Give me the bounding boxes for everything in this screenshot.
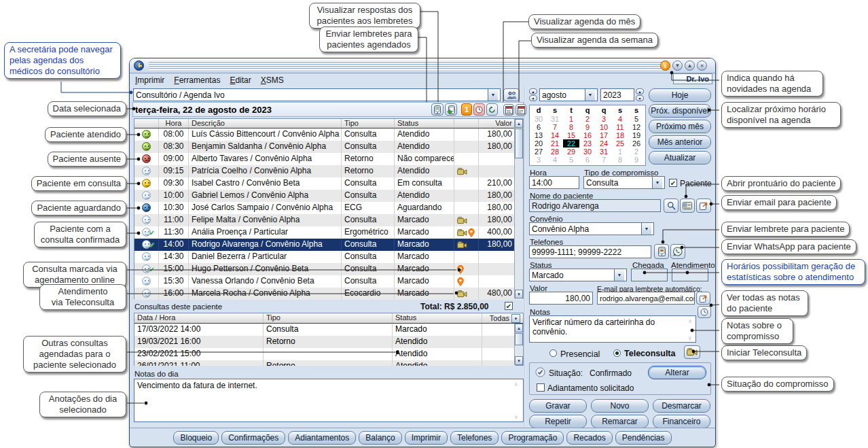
calendar-day[interactable]: 20 (530, 139, 547, 148)
calendar-day[interactable]: 3 (530, 156, 547, 164)
appointment-row[interactable]: 10:00Gabriel Lemos / Convênio AlphaConsu… (134, 190, 523, 202)
bottom-adiantamentos-button[interactable]: Adiantamentos (288, 431, 356, 445)
calendar-day[interactable]: 29 (563, 148, 579, 156)
calendar-day[interactable]: 11 (612, 123, 628, 131)
appointment-row[interactable]: 16:00Marcela Rocha / Convênio AlphaEcoca… (134, 288, 523, 300)
search-patient-button[interactable] (664, 199, 679, 213)
year-spin-up-icon[interactable]: ▲ (636, 88, 644, 94)
calendar-day[interactable]: 12 (628, 123, 645, 131)
menu-ferramentas[interactable]: Ferramentas (174, 75, 220, 85)
col-descricao[interactable]: Descrição (189, 119, 342, 128)
calendar-day[interactable]: 2 (628, 148, 645, 156)
calendar-nav-pr-ximo-m-s[interactable]: Próximo mês (649, 120, 711, 133)
month-select[interactable]: agosto ▼ (539, 88, 598, 101)
calendar-day[interactable]: 7 (547, 123, 563, 131)
nome-paciente-field[interactable]: Rodrigo Alvarenga (529, 199, 661, 212)
novo-button[interactable]: Novo (591, 399, 649, 413)
send-email-reminder-button[interactable] (696, 292, 710, 305)
menu-imprimir[interactable]: Imprimir (135, 75, 164, 85)
calendar-day[interactable]: 31 (547, 115, 563, 123)
bottom-balan-o-button[interactable]: Balanço (359, 431, 401, 445)
appointment-row[interactable]: 08:00Luís Cássio Bittencourt / Convênio … (134, 128, 523, 141)
new-items-count-button[interactable]: 1 (461, 103, 472, 116)
appointments-scrollbar[interactable]: ▲ ▼ (514, 119, 523, 298)
bottom-pend-ncias-button[interactable]: Pendências (615, 431, 672, 445)
calendar-nav-pr-x-dispon-vel[interactable]: Próx. disponível (649, 104, 711, 118)
reminder-responses-button[interactable] (431, 103, 444, 116)
bottom-programa-o-button[interactable]: Programação (501, 431, 564, 445)
paciente-checkbox[interactable] (669, 179, 677, 187)
appointment-row[interactable]: ✔15:00Hugo Petterson / Convênio BetaCons… (134, 263, 523, 275)
col-valor[interactable]: Valor (479, 119, 516, 128)
remarcar-button[interactable]: Remarcar (591, 415, 649, 428)
calendar-nav-m-s-anterior[interactable]: Mês anterior (649, 135, 711, 149)
send-whatsapp-button[interactable] (670, 244, 685, 259)
teleconsulta-radio[interactable] (613, 349, 621, 357)
calendar-day[interactable]: 15 (563, 131, 579, 139)
calendar-day[interactable]: 4 (547, 156, 563, 164)
bottom-bloqueio-button[interactable]: Bloqueio (173, 431, 219, 445)
history-scrollbar[interactable]: ▲ ▼ (514, 324, 523, 365)
calendar-day[interactable]: 3 (596, 115, 612, 123)
calendar-day[interactable]: 9 (628, 156, 645, 164)
appointment-row[interactable]: 09:00Alberto Tavares / Convênio AlphaRet… (134, 153, 523, 165)
convenio-dropdown-icon[interactable]: ▼ (641, 223, 651, 235)
calendar-day[interactable]: 8 (563, 123, 579, 131)
presencial-radio[interactable] (549, 349, 557, 357)
calendar-day[interactable]: 30 (579, 148, 596, 156)
restore-icon[interactable]: ▲ (685, 61, 695, 71)
month-spin-up-icon[interactable]: ▲ (529, 88, 537, 94)
calendar-day[interactable]: 23 (579, 139, 596, 148)
history-row[interactable]: 26/01/2021 11:00RetornoAtendido (134, 360, 516, 366)
all-patient-notes-button[interactable] (698, 306, 711, 318)
calendar-day[interactable]: 25 (612, 139, 628, 148)
status-dropdown-icon[interactable]: ▼ (614, 269, 624, 281)
pending-times-button[interactable] (473, 103, 485, 116)
advance-checkbox[interactable] (537, 383, 545, 392)
bottom-recados-button[interactable]: Recados (566, 431, 612, 445)
agenda-selector[interactable]: Consultório / Agenda Ivo ▼ (133, 88, 501, 101)
history-filter-dropdown-icon[interactable]: ▼ (511, 314, 520, 323)
calendar-day[interactable]: 5 (563, 156, 579, 164)
scroll-up-icon[interactable]: ▲ (515, 119, 523, 128)
calendar-day[interactable]: 27 (530, 148, 547, 156)
appointment-row[interactable]: 10:30José Carlos Sampaio / Convênio Alph… (134, 202, 523, 214)
refresh-button[interactable] (486, 103, 498, 116)
appointment-row[interactable]: 09:15Patrícia Coelho / Convênio AlphaRet… (134, 165, 523, 177)
agenda-selector-dropdown-icon[interactable]: ▼ (488, 89, 498, 101)
calendar-day[interactable]: 9 (579, 123, 596, 131)
send-sms-reminder-button[interactable] (654, 244, 669, 259)
calendar-day[interactable]: 31 (596, 148, 612, 156)
history-row[interactable]: 19/03/2021 16:00RetornoAtendido (134, 336, 516, 348)
tipo-compromisso-select[interactable]: Consulta▼ (583, 176, 665, 189)
calendar-nav-atualizar[interactable]: Atualizar (649, 151, 711, 165)
notas-textarea[interactable]: Verificar número da carteirinha do convê… (529, 315, 696, 343)
calendar-nav-hoje[interactable]: Hoje (649, 88, 711, 102)
calendar-day[interactable]: 16 (579, 131, 596, 139)
scroll-down-icon[interactable]: ▼ (515, 290, 523, 298)
appointment-row[interactable]: 14:30Daniel Bezerra / ParticularConsulta… (134, 251, 523, 263)
minimize-icon[interactable]: ▼ (672, 61, 683, 71)
calendar-day[interactable]: 1 (612, 148, 628, 156)
calendar-day[interactable]: 22 (563, 139, 579, 148)
status-select[interactable]: Marcado▼ (529, 269, 627, 281)
bottom-confirma-es-button[interactable]: Confirmações (221, 431, 285, 445)
gravar-button[interactable]: Gravar (529, 399, 587, 413)
financeiro-button[interactable]: Financeiro (653, 415, 710, 428)
hora-field[interactable]: 14:00 (529, 176, 579, 189)
calendar-day[interactable]: 30 (530, 115, 547, 123)
appointment-row[interactable]: 09:30Isabel Castro / Convênio BetaConsul… (134, 177, 523, 190)
convenio-select[interactable]: Convênio Alpha▼ (529, 222, 654, 235)
calendar-day[interactable]: 1 (563, 115, 579, 123)
scroll-up-icon[interactable]: ▲ (515, 324, 523, 332)
calendar-day[interactable]: 19 (628, 131, 645, 139)
calendar-day[interactable]: 10 (596, 123, 612, 131)
chegada-field[interactable] (631, 269, 668, 281)
calendar-day[interactable]: 7 (596, 156, 612, 164)
col-data-hora[interactable]: Data / Hora (134, 313, 264, 323)
week-view-button[interactable]: 07 (516, 104, 526, 116)
send-email-button[interactable] (696, 199, 711, 213)
appointment-row[interactable]: ✔14:00Rodrigo Alvarenga / Convênio Alpha… (134, 239, 523, 251)
menu-editar[interactable]: Editar (230, 75, 251, 85)
telefones-field[interactable]: 99999-1111; 99999-2222 (529, 245, 651, 258)
